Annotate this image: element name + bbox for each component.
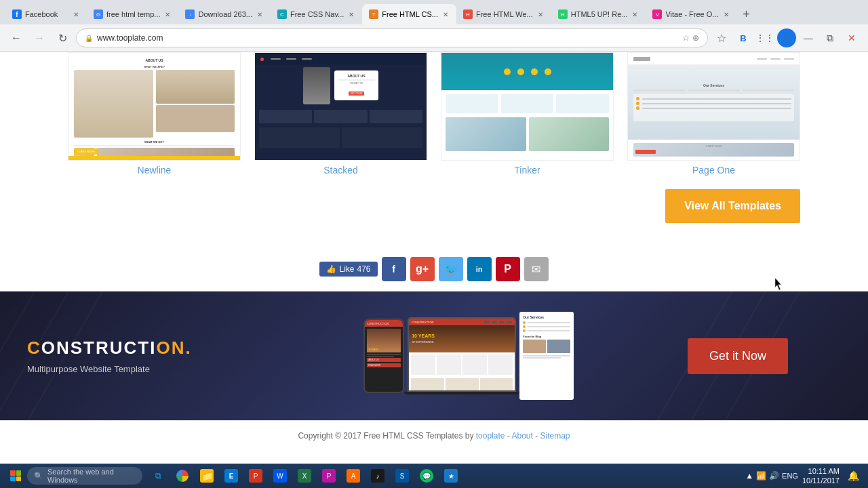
facebook-share-button[interactable]: f — [382, 257, 406, 281]
get-it-now-button[interactable]: Get it Now — [688, 338, 788, 374]
taskbar-app12[interactable]: ★ — [439, 464, 462, 487]
view-all-templates-button[interactable]: View All Templates — [665, 189, 800, 223]
fb-thumb-icon: 👍 — [326, 264, 336, 274]
template-name-stacked[interactable]: Stacked — [254, 165, 427, 176]
phone-screen: CONSTRUCTION 10 YEARS ABOUT US READ MORE — [365, 320, 403, 392]
laptop-content — [409, 352, 515, 377]
linkedin-button[interactable]: in — [467, 257, 492, 281]
footer-sitemap-link[interactable]: Sitemap — [540, 431, 570, 441]
close-window-button[interactable]: ✕ — [842, 28, 861, 47]
taskbar-app7[interactable]: P — [317, 464, 340, 487]
template-card-stacked[interactable]: ABOUT US CONTACT US GET IT NOW — [254, 52, 427, 176]
tab-html-temp-close[interactable]: ✕ — [163, 9, 172, 20]
tab-vitae-close[interactable]: ✕ — [722, 9, 730, 20]
tray-expand[interactable]: ▲ — [745, 471, 753, 481]
vitae-favicon: V — [652, 9, 662, 19]
email-icon: ✉ — [532, 263, 540, 276]
footer-sep2: - — [535, 431, 540, 441]
template-name-newline[interactable]: Newline — [68, 165, 241, 176]
tab-download[interactable]: ↓ Download 263... ✕ — [178, 4, 271, 24]
laptop-base — [404, 392, 519, 394]
tabs-bar: f Facebook ✕ G free html temp... ✕ ↓ Dow… — [0, 0, 868, 24]
tab-free-html-title: Free HTML CS... — [382, 10, 438, 18]
restore-button[interactable]: ⧉ — [821, 28, 840, 47]
taskbar-explorer[interactable]: 📁 — [195, 464, 218, 487]
taskbar-app10[interactable]: S — [391, 464, 414, 487]
taskbar-app9[interactable]: ♪ — [366, 464, 389, 487]
facebook-like-button[interactable]: 👍 Like 476 — [319, 262, 377, 277]
bookmark-icon[interactable]: ☆ — [682, 33, 690, 43]
template-card-tinker[interactable]: Tinker — [441, 52, 614, 176]
tab-css-nav[interactable]: C Free CSS Nav... ✕ — [271, 4, 362, 24]
forward-button[interactable]: → — [30, 28, 49, 47]
bookmarks-button[interactable]: ☆ — [712, 28, 731, 47]
tab-download-title: Download 263... — [198, 10, 252, 18]
template-card-pageone[interactable]: Our Services — [627, 52, 800, 176]
tab-html-we-close[interactable]: ✕ — [536, 9, 545, 20]
tab-facebook[interactable]: f Facebook ✕ — [5, 4, 87, 24]
taskbar-date-value: 10/11/2017 — [802, 476, 840, 485]
tray-volume[interactable]: 🔊 — [769, 471, 779, 481]
google-plus-button[interactable]: g+ — [410, 257, 435, 281]
laptop-header: CONSTRUCTION — [409, 319, 515, 325]
template-card-newline[interactable]: ABOUT US WHAT WE ARE? WHAT WE DO? — [68, 52, 241, 176]
footer-tooplate-link[interactable]: tooplate — [476, 431, 505, 441]
tab-css-nav-close[interactable]: ✕ — [347, 9, 355, 20]
tab-free-html-close[interactable]: ✕ — [441, 9, 450, 20]
tab-html-temp[interactable]: G free html temp... ✕ — [87, 4, 178, 24]
start-button[interactable] — [5, 466, 26, 485]
address-bar[interactable]: 🔒 www.tooplate.com ☆ ⊕ — [76, 28, 708, 47]
pinterest-icon: P — [504, 263, 511, 275]
browser-chrome: f Facebook ✕ G free html temp... ✕ ↓ Dow… — [0, 0, 868, 52]
taskbar-app8[interactable]: A — [342, 464, 365, 487]
taskbar-app3[interactable]: E — [220, 464, 243, 487]
taskbar-taskview[interactable]: ⧉ — [146, 464, 170, 487]
extensions-icon[interactable]: ⊕ — [692, 33, 699, 43]
taskbar-app5[interactable]: W — [269, 464, 292, 487]
view-all-container: View All Templates — [68, 189, 800, 237]
template-thumb-tinker — [441, 52, 614, 161]
taskbar-app4[interactable]: P — [244, 464, 267, 487]
tab-html-we-title: Free HTML We... — [476, 10, 533, 18]
google-favicon: G — [94, 9, 103, 19]
twitter-button[interactable]: 🐦 — [439, 257, 463, 281]
nav-bar: ← → ↻ 🔒 www.tooplate.com ☆ ⊕ ☆ B ⋮⋮ 👤 — … — [0, 24, 868, 52]
tab-facebook-close[interactable]: ✕ — [72, 9, 80, 20]
back-button[interactable]: ← — [7, 28, 26, 47]
linkedin-icon: in — [476, 265, 483, 273]
footer-about-link[interactable]: About — [511, 431, 532, 441]
new-tab-button[interactable]: + — [737, 5, 756, 24]
email-button[interactable]: ✉ — [524, 257, 549, 281]
taskbar-chrome[interactable] — [171, 464, 194, 487]
taskbar-search[interactable]: 🔍 Search the web and Windows — [27, 467, 142, 485]
tab-html5up[interactable]: H HTML5 UP! Re... ✕ — [551, 4, 646, 24]
lang-indicator[interactable]: ENG — [782, 472, 798, 480]
profile-icon[interactable]: 👤 — [777, 28, 796, 47]
taskbar-app6[interactable]: X — [293, 464, 316, 487]
taskbar-datetime[interactable]: 10:11 AM 10/11/2017 — [802, 466, 840, 486]
banner-center: CONSTRUCTION 10 YEARS ABOUT US READ MORE — [330, 291, 608, 420]
tab-html5up-title: HTML5 UP! Re... — [571, 10, 628, 18]
reload-button[interactable]: ↻ — [53, 28, 72, 47]
app5-icon: W — [273, 469, 287, 483]
template-name-pageone[interactable]: Page One — [627, 165, 800, 176]
b-extension-icon[interactable]: B — [734, 28, 753, 47]
grid-icon[interactable]: ⋮⋮ — [755, 28, 774, 47]
tab-html-we[interactable]: H Free HTML We... ✕ — [456, 4, 551, 24]
tray-network: 📶 — [756, 471, 766, 481]
app12-icon: ★ — [444, 469, 458, 483]
minimize-button[interactable]: — — [799, 28, 818, 47]
pinterest-button[interactable]: P — [496, 257, 520, 281]
social-bar: 👍 Like 476 f g+ 🐦 in P ✉ — [0, 250, 868, 291]
page-content: ABOUT US WHAT WE ARE? WHAT WE DO? — [0, 52, 868, 464]
phone-header: CONSTRUCTION — [365, 320, 403, 327]
tab-vitae[interactable]: V Vitae - Free O... ✕ — [646, 4, 736, 24]
tab-download-close[interactable]: ✕ — [256, 9, 264, 20]
tab-free-html[interactable]: T Free HTML CS... ✕ — [362, 4, 456, 24]
template-name-tinker[interactable]: Tinker — [441, 165, 614, 176]
tooplate-favicon: T — [369, 9, 378, 19]
taskbar-app11[interactable]: 💬 — [415, 464, 438, 487]
tab-html5up-close[interactable]: ✕ — [631, 9, 639, 20]
url-text: www.tooplate.com — [97, 33, 163, 43]
taskbar-notifications[interactable]: 🔔 — [844, 466, 863, 485]
